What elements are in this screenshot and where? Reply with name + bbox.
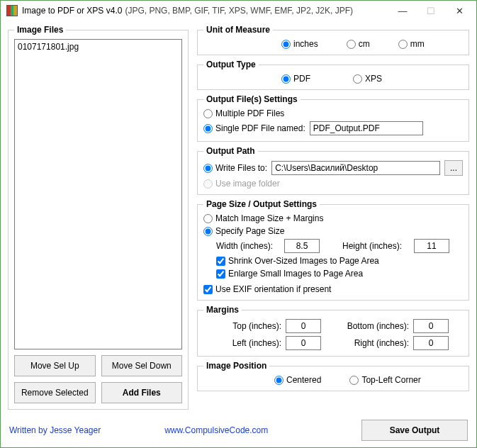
add-files-button[interactable]: Add Files (101, 382, 183, 403)
margins-legend: Margins (203, 305, 242, 315)
unit-mm-radio[interactable]: mm (398, 39, 425, 49)
output-files-legend: Output File(s) Settings (203, 94, 301, 104)
margin-top-input[interactable] (286, 319, 321, 333)
unit-inches-radio[interactable]: inches (281, 39, 318, 49)
window-subtitle: (JPG, PNG, BMP, GIF, TIF, XPS, WMF, EMF,… (125, 6, 353, 16)
page-size-legend: Page Size / Output Settings (203, 199, 320, 209)
image-position-group: Image Position Centered Top-Left Corner (197, 361, 469, 391)
move-up-button[interactable]: Move Sel Up (14, 355, 96, 376)
image-position-legend: Image Position (203, 361, 269, 371)
use-image-folder-radio: Use image folder (203, 179, 280, 189)
site-link[interactable]: www.CompulsiveCode.com (164, 425, 268, 435)
shrink-checkbox[interactable]: Shrink Over-Sized Images to Page Area (216, 256, 379, 266)
enlarge-checkbox[interactable]: Enlarge Small Images to Page Area (216, 269, 363, 279)
image-files-listbox[interactable]: 0107171801.jpg (14, 39, 182, 349)
author-link[interactable]: Written by Jesse Yeager (9, 425, 101, 435)
footer: Written by Jesse Yeager www.CompulsiveCo… (1, 415, 476, 448)
single-pdf-name-input[interactable] (310, 121, 423, 135)
window-title: Image to PDF or XPS v4.0 (22, 6, 122, 16)
output-type-group: Output Type PDF XPS (197, 60, 469, 90)
margin-right-input[interactable] (413, 336, 449, 350)
app-icon (6, 5, 18, 16)
exif-checkbox[interactable]: Use EXIF orientation if present (203, 284, 331, 294)
output-pdf-radio[interactable]: PDF (281, 74, 310, 84)
move-down-button[interactable]: Move Sel Down (101, 355, 183, 376)
image-files-group: Image Files 0107171801.jpg Move Sel Up M… (8, 25, 189, 410)
output-xps-radio[interactable]: XPS (353, 74, 382, 84)
topleft-radio[interactable]: Top-Left Corner (349, 375, 420, 385)
minimize-button[interactable]: — (388, 1, 417, 21)
width-input[interactable] (284, 239, 320, 253)
remove-selected-button[interactable]: Remove Selected (14, 382, 96, 403)
output-path-legend: Output Path (203, 146, 258, 156)
match-size-radio[interactable]: Match Image Size + Margins (203, 213, 323, 223)
list-item[interactable]: 0107171801.jpg (18, 41, 179, 52)
margin-bottom-label: Bottom (inches): (338, 321, 409, 331)
margin-left-input[interactable] (286, 336, 321, 350)
margins-group: Margins Top (inches): Bottom (inches): L… (197, 305, 469, 357)
titlebar: Image to PDF or XPS v4.0 (JPG, PNG, BMP,… (1, 1, 476, 21)
browse-path-button[interactable]: ... (444, 160, 463, 176)
page-size-group: Page Size / Output Settings Match Image … (197, 199, 469, 301)
write-files-radio[interactable]: Write Files to: (203, 163, 267, 173)
unit-cm-radio[interactable]: cm (347, 39, 370, 49)
height-label: Height (inches): (342, 241, 410, 251)
output-path-group: Output Path Write Files to: ... Use imag… (197, 146, 469, 195)
single-pdf-radio[interactable]: Single PDF File named: (203, 123, 305, 133)
output-path-input[interactable] (271, 161, 440, 175)
save-output-button[interactable]: Save Output (361, 420, 468, 441)
unit-legend: Unit of Measure (203, 25, 273, 35)
close-button[interactable]: ✕ (445, 1, 473, 21)
multiple-pdf-radio[interactable]: Multiple PDF Files (203, 108, 284, 118)
app-window: Image to PDF or XPS v4.0 (JPG, PNG, BMP,… (0, 0, 477, 448)
width-label: Width (inches): (216, 241, 280, 251)
height-input[interactable] (414, 239, 449, 253)
image-files-legend: Image Files (14, 25, 66, 35)
margin-right-label: Right (inches): (338, 338, 409, 348)
output-type-legend: Output Type (203, 60, 259, 69)
maximize-button[interactable]: ☐ (417, 1, 445, 21)
specify-size-radio[interactable]: Specify Page Size (203, 226, 284, 236)
margin-bottom-input[interactable] (413, 319, 449, 333)
unit-group: Unit of Measure inches cm mm (197, 25, 469, 55)
margin-top-label: Top (inches): (218, 321, 281, 331)
centered-radio[interactable]: Centered (274, 375, 321, 385)
margin-left-label: Left (inches): (218, 338, 281, 348)
output-files-group: Output File(s) Settings Multiple PDF Fil… (197, 94, 469, 142)
